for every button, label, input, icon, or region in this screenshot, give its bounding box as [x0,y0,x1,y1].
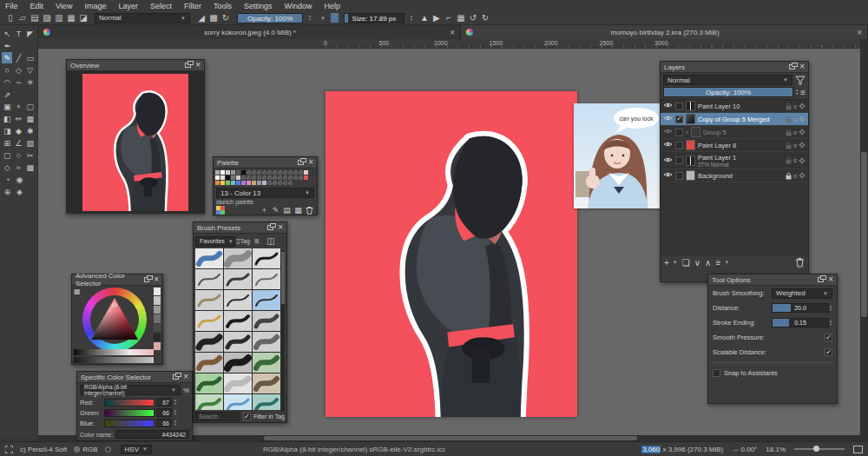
reference-photo[interactable]: can you lock [574,103,661,208]
palette-swatch[interactable] [283,181,287,185]
brush-grid-scrollbar[interactable] [281,250,285,412]
fill-tool[interactable]: ◨ [2,125,12,136]
opacity-slider[interactable]: Opacity: 100% [237,13,303,23]
current-brush-label[interactable]: c) Pencil-4 Soft [20,446,67,453]
layer-row-background[interactable]: Backgroundα [661,169,808,182]
edit-palette-button[interactable]: ▦ [293,206,303,215]
float-docker-icon[interactable] [818,277,824,282]
line-tool[interactable]: ╱ [13,52,23,63]
float-docker-icon[interactable] [298,160,304,165]
freehand-brush-tool[interactable]: ✎ [2,52,12,63]
layer-checkbox[interactable] [675,129,683,136]
brush-preset-grid[interactable] [195,248,281,410]
shade-slider-2[interactable] [74,357,154,363]
palette-swatch[interactable] [304,175,308,180]
close-docker-icon[interactable]: × [828,276,833,283]
history-swatch[interactable] [154,314,161,322]
channel-value[interactable]: 67 [156,398,172,406]
select-shapes-tool[interactable]: ↖ [2,28,12,39]
option-spin[interactable]: ▲▼ [829,320,832,327]
ellipse-tool[interactable]: ○ [2,64,12,76]
menu-layer[interactable]: Layer [118,2,138,10]
brush-preset[interactable] [253,373,280,393]
edit-shapes-tool[interactable]: ◤ [25,28,36,39]
layer-checkbox[interactable]: ✓ [675,116,683,123]
image-dimensions-label[interactable]: 3,060 x 3,996 (270.3 MiB) [641,446,723,453]
tab-momoyo-birthday[interactable]: momoyo birthday 2.kra (270.3 MiB) × [461,25,868,39]
palette-swatch[interactable] [262,181,266,185]
palette-swatch[interactable] [236,170,240,175]
brush-preset[interactable] [224,394,252,410]
snap-icon[interactable]: ⌐ [443,12,455,23]
brush-editor-icon[interactable]: ◪ [77,12,89,23]
gradient-chooser-icon[interactable]: ▨ [41,12,53,23]
option-spin[interactable]: ▲▼ [829,305,832,312]
history-swatch[interactable] [154,306,161,314]
palette-swatch[interactable] [293,175,298,180]
brush-preset[interactable] [195,290,223,310]
option-dropdown[interactable]: Weighted▼ [772,288,832,299]
palette-swatch[interactable] [267,170,272,175]
layer-row-paint-layer-10[interactable]: Paint Layer 10α [661,100,808,113]
float-docker-icon[interactable] [267,225,273,230]
brush-preset[interactable] [195,353,223,373]
selection-mode-icon[interactable] [5,446,13,453]
tag-filter-dropdown[interactable]: Favorites▼ [195,236,235,247]
elliptical-select-tool[interactable]: ○ [13,149,23,161]
multibrush-tool[interactable]: ⇗ [2,89,13,100]
brush-preset[interactable] [253,311,280,331]
brush-preset-selected[interactable] [253,290,280,310]
palette-swatch[interactable] [257,175,261,180]
palette-swatch[interactable] [231,181,235,185]
canvas-artwork[interactable] [326,91,577,417]
layer-blend-mode-dropdown[interactable]: Normal▼ [663,75,792,85]
palette-swatch[interactable] [226,170,230,175]
details-view-icon[interactable]: ◫ [265,235,277,247]
brush-preset[interactable] [195,311,223,331]
group-expand-icon[interactable]: › [686,129,688,136]
brush-preset[interactable] [224,269,252,289]
palette-swatch[interactable] [241,170,246,175]
pattern-tool[interactable]: ▦ [25,113,36,124]
add-layer-button[interactable]: +▼ [664,258,678,268]
brush-preset[interactable] [195,248,223,268]
palette-swatch[interactable] [267,175,272,180]
option-checkbox[interactable]: ✓ [825,348,832,356]
gradient-tool[interactable]: ◧ [2,113,12,124]
channel-spin[interactable]: ▲▼ [174,399,177,406]
history-swatch[interactable] [154,333,161,340]
contiguous-select-tool[interactable]: ◔ [2,174,13,185]
palette-swatch[interactable] [252,181,256,185]
layer-flags[interactable]: α [786,129,806,136]
palette-swatch[interactable] [278,181,282,185]
palette-swatch[interactable] [236,181,240,185]
zoom-tool[interactable]: ⊕ [2,186,13,197]
menu-tools[interactable]: Tools [214,2,232,10]
preserve-alpha-icon[interactable]: ▩ [207,12,220,23]
list-view-icon[interactable]: ≡ [251,235,263,247]
palette-swatch-grid[interactable] [214,169,312,187]
layer-row-paint-layer-8[interactable]: Paint Layer 8α [661,139,808,152]
brush-preset[interactable] [224,332,252,352]
palette-swatch[interactable] [257,170,261,175]
layer-flags[interactable]: α [786,102,806,110]
swatch-select-dropdown[interactable]: 13 - Color 13▼ [216,188,314,198]
brush-preset[interactable] [253,332,280,352]
layer-visibility-icon[interactable] [663,141,673,149]
close-docker-icon[interactable]: × [195,62,201,69]
palette-swatch[interactable] [304,170,308,175]
polygon-tool[interactable]: ◇ [13,64,23,76]
menu-file[interactable]: File [5,2,18,10]
new-document-icon[interactable]: ▯ [4,12,16,23]
layer-visibility-icon[interactable] [663,156,673,165]
float-docker-icon[interactable] [185,63,191,68]
palette-swatch[interactable] [283,170,287,175]
open-document-icon[interactable]: ▱ [16,12,29,23]
calligraphy-tool[interactable]: ✒ [2,40,13,51]
enclose-fill-tool[interactable]: ✱ [25,125,36,136]
palette-swatch[interactable] [236,175,240,180]
layer-filter-icon[interactable] [795,75,806,85]
vertical-scrollbar[interactable] [860,39,868,441]
palette-swatch[interactable] [293,170,298,175]
wrap-around-icon[interactable]: ▶ [431,12,443,23]
